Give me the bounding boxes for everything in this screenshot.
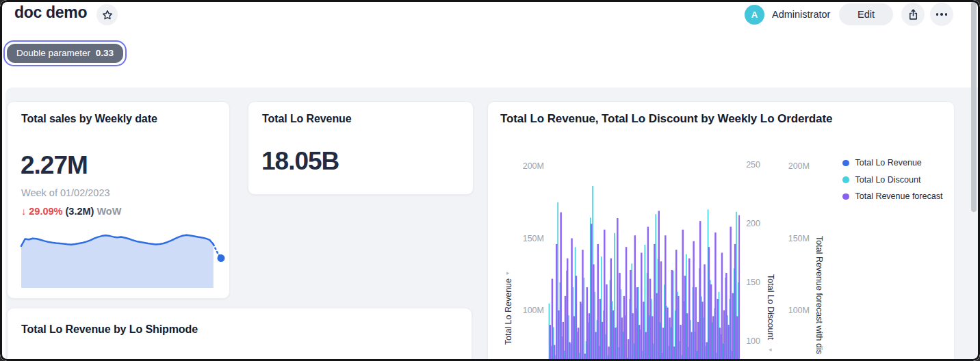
legend-item-total-revenue-forecast[interactable]: Total Revenue forecast <box>842 188 942 205</box>
middle-axis-direction-icon: ◂ <box>769 346 772 353</box>
right-axis-tick: 200M <box>784 161 810 171</box>
share-icon <box>907 8 920 21</box>
ellipsis-icon <box>936 13 948 16</box>
combo-bar-chart-plot <box>548 153 740 361</box>
legend-dot-icon <box>842 176 849 183</box>
middle-axis-tick: 150 <box>736 278 760 287</box>
left-axis-direction-icon: ▸ <box>506 269 510 276</box>
middle-axis-tick: 200 <box>736 219 760 228</box>
edit-button-label: Edit <box>858 9 875 20</box>
delta-absolute: (3.2M) <box>66 206 94 217</box>
parameter-value: 0.33 <box>96 48 114 58</box>
left-axis-tick: 100M <box>515 306 544 315</box>
user-name-label: Administrator <box>772 9 830 20</box>
kpi-value: 18.05B <box>261 147 339 176</box>
middle-axis-tick: 100 <box>736 336 760 346</box>
legend-dot-icon <box>842 193 849 200</box>
chart-legend: Total Lo Revenue Total Lo Discount Total… <box>842 155 942 205</box>
legend-label: Total Lo Discount <box>855 175 921 185</box>
card-title: Total sales by Weekly date <box>21 113 157 125</box>
delta-percent: 29.09% <box>29 206 62 217</box>
legend-dot-icon <box>842 160 849 167</box>
card-total-sales: Total sales by Weekly date 2.27M Week of… <box>7 101 230 299</box>
legend-label: Total Revenue forecast <box>855 191 943 201</box>
card-title: Total Lo Revenue by Lo Shipmode <box>21 323 198 336</box>
more-options-button[interactable] <box>930 3 953 26</box>
vertical-scrollbar-thumb[interactable] <box>971 1 977 212</box>
middle-axis-tick: 250 <box>736 160 760 170</box>
app-window: doc demo A Administrator Edit Double par… <box>0 0 980 361</box>
right-axis-tick: 100M <box>784 306 810 315</box>
kpi-subtitle: Week of 01/02/2023 <box>21 187 110 198</box>
card-title: Total Lo Revenue, Total Lo Discount by W… <box>500 112 832 126</box>
page-title: doc demo <box>14 3 87 22</box>
avatar-initial: A <box>751 10 758 20</box>
left-axis-tick: 150M <box>515 234 544 243</box>
sales-sparkline-chart <box>21 232 221 288</box>
left-axis-tick: 200M <box>515 161 544 171</box>
legend-label: Total Lo Revenue <box>855 158 922 168</box>
user-avatar[interactable]: A <box>745 5 764 25</box>
left-axis-label: Total Lo Revenue <box>504 278 513 345</box>
kpi-value: 2.27M <box>21 151 88 180</box>
legend-item-total-lo-discount[interactable]: Total Lo Discount <box>842 172 942 189</box>
share-button[interactable] <box>901 3 925 26</box>
double-parameter-chip[interactable]: Double parameter 0.33 <box>3 40 127 66</box>
card-combo-chart: Total Lo Revenue, Total Lo Discount by W… <box>487 101 955 361</box>
favorite-star-button[interactable] <box>96 4 118 25</box>
legend-item-total-lo-revenue[interactable]: Total Lo Revenue <box>842 155 942 172</box>
edit-button[interactable]: Edit <box>839 3 893 25</box>
card-title: Total Lo Revenue <box>262 113 352 125</box>
kpi-delta: ↓ 29.09% (3.2M) WoW <box>21 206 121 217</box>
parameter-label: Double parameter <box>16 48 90 58</box>
card-revenue-by-shipmode: Total Lo Revenue by Lo Shipmode <box>7 308 472 361</box>
right-axis-tick: 150M <box>784 234 810 243</box>
delta-suffix: WoW <box>96 206 121 217</box>
card-total-lo-revenue: Total Lo Revenue 18.05B <box>248 101 474 195</box>
star-icon <box>101 9 114 21</box>
double-parameter-pill: Double parameter 0.33 <box>7 44 123 63</box>
right-axis-label: Total Revenue forecast with dis <box>814 236 824 354</box>
middle-axis-label: Total Lo Discount <box>766 274 775 340</box>
delta-down-arrow-icon: ↓ <box>21 206 26 217</box>
